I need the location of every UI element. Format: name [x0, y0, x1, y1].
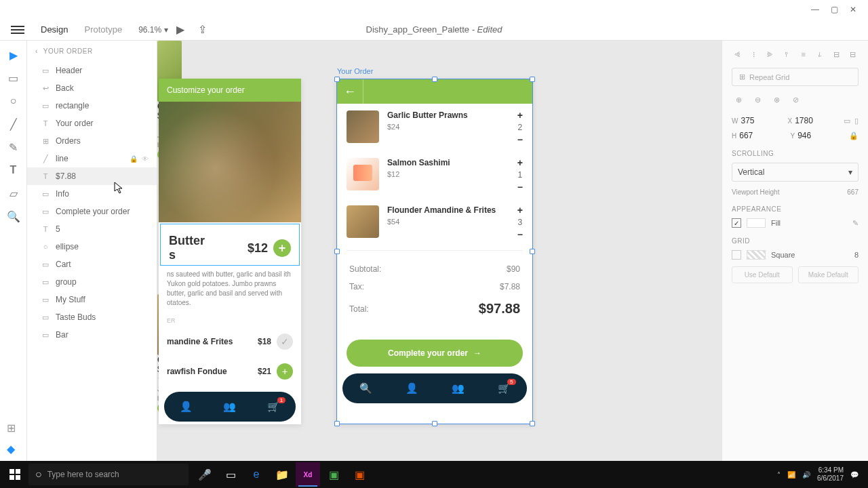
- layer-item[interactable]: ▭Bar: [27, 326, 157, 344]
- selection-handle[interactable]: [432, 77, 437, 82]
- qty-minus[interactable]: −: [517, 230, 523, 239]
- y-input[interactable]: [797, 131, 831, 140]
- height-input[interactable]: [739, 131, 773, 140]
- use-default-button[interactable]: Use Default: [732, 266, 793, 283]
- qty-plus[interactable]: +: [517, 110, 523, 120]
- fill-swatch[interactable]: [747, 218, 766, 228]
- layer-item[interactable]: ○ellipse: [27, 238, 157, 256]
- boolean-exclude-icon[interactable]: ⊘: [789, 93, 802, 106]
- align-bottom-icon[interactable]: ⫰: [814, 47, 825, 61]
- width-input[interactable]: [741, 116, 774, 125]
- qty-minus[interactable]: −: [517, 182, 523, 192]
- canvas[interactable]: Customize your order Butters $12 + ns sa…: [157, 41, 722, 461]
- artboard-label[interactable]: Your Order: [337, 67, 373, 75]
- align-vcenter-icon[interactable]: ≡: [798, 47, 809, 61]
- x-input[interactable]: [795, 116, 829, 125]
- nav-group-icon[interactable]: 👥: [452, 382, 465, 394]
- align-right-icon[interactable]: ⫸: [765, 47, 776, 61]
- align-left-icon[interactable]: ⫷: [732, 47, 743, 61]
- artboard-your-order[interactable]: Your Order ← Garlic Butter Prawns$24 +2−…: [336, 79, 533, 424]
- hamburger-menu-icon[interactable]: [11, 23, 24, 37]
- text-tool-icon[interactable]: T: [7, 164, 20, 176]
- mic-icon[interactable]: 🎤: [193, 462, 217, 487]
- taskview-icon[interactable]: ▭: [218, 462, 243, 487]
- flip-v-icon[interactable]: ▯: [854, 117, 859, 125]
- close-button[interactable]: ✕: [844, 0, 863, 19]
- layer-item[interactable]: ╱line🔒👁: [27, 150, 157, 167]
- scrolling-select[interactable]: Vertical▾: [732, 163, 859, 182]
- lock-icon[interactable]: 🔒: [130, 155, 138, 163]
- nav-user-icon[interactable]: 👤: [180, 401, 193, 413]
- grid-checkbox[interactable]: [732, 250, 741, 260]
- app-icon-2[interactable]: ▣: [347, 462, 372, 487]
- selection-handle[interactable]: [530, 421, 535, 426]
- pen-tool-icon[interactable]: ✎: [7, 141, 20, 153]
- artboard-customize[interactable]: Customize your order Butters $12 + ns sa…: [159, 79, 301, 424]
- select-tool-icon[interactable]: ▶: [7, 49, 20, 61]
- complete-order-button[interactable]: Complete your order→: [347, 340, 523, 367]
- layer-item[interactable]: ▭Complete your order: [27, 203, 157, 220]
- lock-aspect-icon[interactable]: 🔒: [849, 131, 859, 140]
- layer-item[interactable]: ▭Cart: [27, 256, 157, 273]
- selection-handle[interactable]: [334, 249, 340, 254]
- distribute-v-icon[interactable]: ⊟: [848, 47, 859, 61]
- nav-cart-icon[interactable]: 🛒5: [498, 382, 511, 394]
- boolean-subtract-icon[interactable]: ⊖: [751, 93, 764, 106]
- align-hcenter-icon[interactable]: ⫶: [748, 47, 759, 61]
- selection-handle[interactable]: [432, 421, 437, 426]
- add-icon[interactable]: +: [277, 363, 293, 380]
- nav-user-icon[interactable]: 👤: [406, 382, 418, 394]
- start-button[interactable]: [3, 462, 27, 487]
- clock[interactable]: 6:34 PM6/6/2017: [817, 466, 844, 483]
- layer-item[interactable]: ▭rectangle: [27, 97, 157, 115]
- minimize-button[interactable]: —: [806, 0, 825, 19]
- taskbar-search[interactable]: ○ Type here to search: [28, 464, 189, 485]
- layer-item[interactable]: ⊞Orders: [27, 132, 157, 150]
- ellipse-tool-icon[interactable]: ○: [7, 95, 20, 107]
- volume-icon[interactable]: 🔊: [802, 471, 810, 479]
- boolean-intersect-icon[interactable]: ⊗: [770, 93, 783, 106]
- layer-item[interactable]: ▭Taste Buds: [27, 308, 157, 326]
- order-row[interactable]: mandine & Frites $18 ✓: [159, 327, 301, 357]
- qty-plus[interactable]: +: [517, 205, 523, 215]
- layer-item[interactable]: ▭Info: [27, 185, 157, 203]
- line-tool-icon[interactable]: ╱: [7, 118, 20, 130]
- nav-group-icon[interactable]: 👥: [223, 401, 236, 413]
- layer-item[interactable]: ↩Back: [27, 79, 157, 97]
- eyedropper-icon[interactable]: ✎: [852, 219, 859, 228]
- layer-item[interactable]: ▭group: [27, 273, 157, 291]
- tray-chevron-icon[interactable]: ˄: [777, 471, 781, 479]
- nav-search-icon[interactable]: 🔍: [359, 382, 372, 394]
- layer-item[interactable]: T$7.88: [27, 167, 157, 185]
- edge-icon[interactable]: e: [244, 462, 269, 487]
- layer-item[interactable]: ▭My Stuff: [27, 291, 157, 308]
- repeat-grid-button[interactable]: ⊞Repeat Grid: [732, 68, 859, 86]
- selection-handle[interactable]: [530, 77, 535, 82]
- make-default-button[interactable]: Make Default: [798, 266, 859, 283]
- design-tab[interactable]: Design: [41, 24, 68, 35]
- layer-item[interactable]: T5: [27, 220, 157, 238]
- distribute-h-icon[interactable]: ⊟: [831, 47, 842, 61]
- back-arrow-icon[interactable]: ←: [344, 85, 356, 99]
- fill-checkbox[interactable]: ✓: [732, 218, 741, 228]
- zoom-dropdown[interactable]: 96.1%▾: [138, 25, 168, 35]
- visibility-icon[interactable]: 👁: [142, 155, 149, 163]
- layer-item[interactable]: TYour order: [27, 115, 157, 132]
- rectangle-tool-icon[interactable]: ▭: [7, 72, 20, 84]
- network-icon[interactable]: 📶: [787, 471, 795, 479]
- qty-minus[interactable]: −: [517, 135, 523, 144]
- nav-cart-icon[interactable]: 🛒1: [267, 401, 280, 413]
- assets-icon[interactable]: ⊞: [7, 422, 16, 434]
- zoom-tool-icon[interactable]: 🔍: [7, 210, 20, 222]
- xd-icon[interactable]: Xd: [296, 462, 320, 487]
- maximize-button[interactable]: ▢: [825, 0, 844, 19]
- align-top-icon[interactable]: ⫯: [781, 47, 792, 61]
- back-chevron-icon[interactable]: ‹: [35, 47, 38, 55]
- notifications-icon[interactable]: 💬: [850, 471, 859, 479]
- app-icon[interactable]: ▣: [321, 462, 346, 487]
- selection-handle[interactable]: [334, 421, 340, 426]
- qty-plus[interactable]: +: [517, 158, 523, 167]
- selection-handle[interactable]: [530, 249, 535, 254]
- layers-icon[interactable]: ◆: [7, 443, 16, 455]
- order-row[interactable]: rawfish Fondue $21 +: [159, 357, 301, 386]
